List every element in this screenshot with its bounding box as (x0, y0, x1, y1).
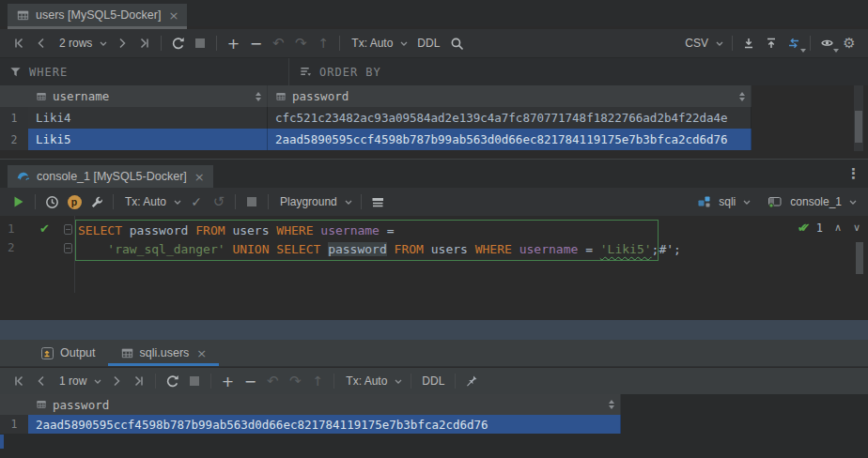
submit-icon[interactable]: ↑ (306, 371, 329, 391)
first-page-button[interactable] (8, 371, 30, 391)
first-page-button[interactable] (8, 33, 30, 53)
sort-icon[interactable] (609, 400, 614, 409)
column-header-password[interactable]: password (28, 394, 621, 415)
tab-output[interactable]: Output (28, 340, 108, 366)
scrollbar-thumb[interactable] (855, 111, 862, 143)
next-page-button[interactable] (105, 371, 128, 391)
submit-icon[interactable]: ↑ (312, 33, 334, 53)
separator (810, 36, 811, 51)
export-format-dropdown[interactable]: CSV (678, 33, 727, 53)
sort-icon[interactable] (256, 92, 261, 101)
tab-sqli-users[interactable]: sqli.users × (108, 340, 220, 366)
ddl-button[interactable]: DDL (416, 371, 450, 391)
row-number[interactable]: 1 (0, 415, 28, 434)
chevron-down-icon (716, 41, 723, 46)
delete-row-icon[interactable]: − (244, 33, 267, 53)
close-icon[interactable]: × (194, 170, 205, 184)
view-options-icon[interactable] (815, 33, 838, 53)
tab-console[interactable]: console_1 [MySQL5-Docker] × (8, 165, 213, 188)
undo-icon[interactable]: ↶ (261, 371, 284, 391)
tx-mode-label: Tx: Auto (343, 374, 390, 388)
compare-sync-icon[interactable] (783, 33, 805, 53)
row-number[interactable]: 2 (0, 129, 28, 150)
schema-switcher[interactable]: sqli (693, 191, 754, 212)
rollback-icon[interactable]: ↺ (208, 191, 230, 212)
parameters-icon[interactable]: p (63, 191, 85, 212)
import-data-icon[interactable] (760, 33, 783, 53)
selected-row-edge-marker (0, 435, 4, 449)
session-switcher[interactable]: console_1 (764, 191, 860, 212)
in-editor-results-icon[interactable] (366, 191, 389, 212)
reload-icon[interactable] (161, 371, 183, 391)
stop-icon[interactable] (189, 33, 211, 53)
history-icon[interactable] (40, 191, 63, 212)
next-page-button[interactable] (111, 33, 133, 53)
tab-users[interactable]: users [MySQL5-Docker] × (8, 4, 187, 26)
run-button[interactable] (8, 191, 30, 212)
separator (216, 36, 217, 51)
redo-icon[interactable]: ↷ (289, 33, 312, 53)
separator (35, 194, 36, 209)
commit-icon[interactable]: ✓ (185, 191, 208, 212)
fold-marker-icon[interactable] (64, 243, 72, 253)
separator (455, 374, 456, 389)
previous-page-button[interactable] (30, 371, 53, 391)
where-label: WHERE (29, 66, 68, 79)
reload-icon[interactable] (166, 33, 189, 53)
tx-mode-dropdown[interactable]: Tx: Auto (345, 33, 411, 53)
splitter-strip[interactable] (0, 320, 868, 340)
cell-password[interactable]: 2aad5890595ccf4598b787b99ab563d0d66ec821… (268, 129, 752, 150)
column-header-username[interactable]: username (28, 85, 268, 107)
cell-username[interactable]: Liki5 (28, 129, 268, 150)
column-header-password[interactable]: password (268, 85, 752, 107)
tab-sqli-users-label: sqli.users (140, 346, 190, 359)
last-page-button[interactable] (128, 371, 150, 391)
sql-line-2: 'raw_sql_danger' UNION SELECT password F… (78, 240, 681, 259)
previous-page-button[interactable] (30, 33, 53, 53)
delete-row-icon[interactable]: − (239, 371, 261, 391)
settings-wrench-icon[interactable] (85, 191, 108, 212)
add-row-icon[interactable]: + (222, 33, 244, 53)
chevron-down-icon (345, 200, 352, 205)
datagrip-window: users [MySQL5-Docker] × 2 rows + − ↶ ↷ ↑ (0, 0, 868, 458)
redo-icon[interactable]: ↷ (284, 371, 306, 391)
result-table: password 1 2aad5890595ccf4598b787b99ab56… (0, 394, 621, 434)
add-row-icon[interactable]: + (216, 371, 239, 391)
scrollbar-track[interactable] (854, 85, 863, 151)
next-problem-icon[interactable]: ∨ (853, 221, 860, 234)
table-row-selected: 1 2aad5890595ccf4598b787b99ab563d0d66ec8… (0, 415, 621, 434)
export-data-icon[interactable] (737, 33, 760, 53)
cell-password[interactable]: cfc521c23482ac93a09584ad2e139c4a7fc87077… (268, 107, 752, 129)
gear-icon[interactable]: ⚙ (838, 33, 860, 53)
playground-dropdown[interactable]: Playground (273, 191, 356, 212)
close-icon[interactable]: × (168, 8, 178, 23)
close-icon[interactable]: × (196, 346, 207, 360)
order-by-filter-input[interactable]: ORDER BY (289, 58, 868, 85)
ddl-button[interactable]: DDL (411, 33, 445, 53)
undo-icon[interactable]: ↶ (267, 33, 289, 53)
pin-tab-icon[interactable] (460, 371, 483, 391)
page-size-dropdown[interactable]: 2 rows (53, 33, 111, 53)
stop-icon[interactable] (183, 371, 206, 391)
search-icon[interactable] (445, 33, 468, 53)
previous-problem-icon[interactable]: ∧ (834, 221, 842, 234)
cell-username[interactable]: Liki4 (28, 107, 268, 129)
users-grid-toolbar: 2 rows + − ↶ ↷ ↑ Tx: Auto DDL C (0, 29, 868, 57)
sql-editor[interactable]: 1 2 ✔ SELECT password FROM users WHERE u… (0, 216, 868, 320)
where-filter-input[interactable]: WHERE (0, 58, 289, 85)
page-size-dropdown[interactable]: 1 row (53, 371, 105, 391)
tx-mode-dropdown[interactable]: Tx: Auto (118, 191, 185, 212)
schema-label: sqli (716, 195, 738, 208)
tx-mode-dropdown[interactable]: Tx: Auto (339, 371, 406, 391)
last-page-button[interactable] (133, 33, 156, 53)
editor-scrollbar-thumb[interactable] (856, 242, 863, 274)
stop-icon[interactable] (240, 191, 263, 212)
output-icon (40, 346, 54, 360)
sort-icon[interactable] (739, 92, 745, 101)
kebab-menu-icon[interactable]: ⋮ (846, 165, 860, 182)
row-number[interactable]: 1 (0, 107, 28, 129)
cell-password[interactable]: 2aad5890595ccf4598b787b99ab563d0d66ec821… (28, 415, 621, 434)
fold-marker-icon[interactable] (64, 224, 72, 235)
filter-row: WHERE ORDER BY (0, 57, 868, 85)
table-row: 1 Liki4 cfc521c23482ac93a09584ad2e139c4a… (0, 107, 752, 129)
